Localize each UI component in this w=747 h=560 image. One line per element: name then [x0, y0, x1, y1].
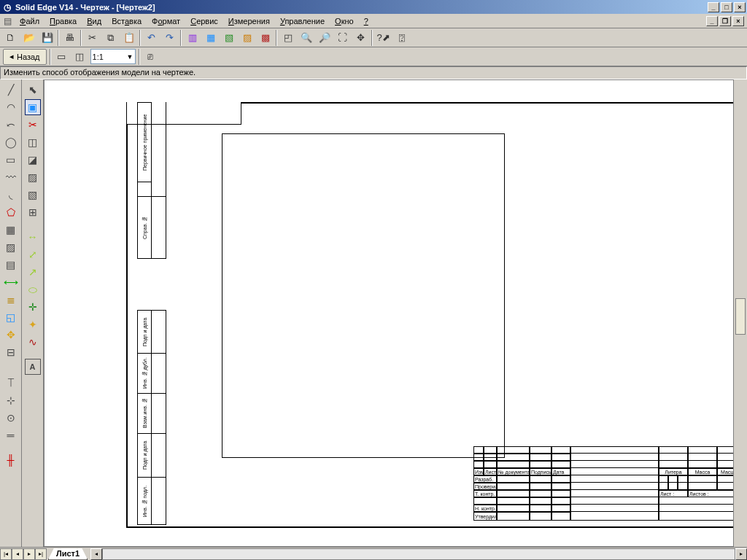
sidebar-handle[interactable]	[735, 298, 746, 335]
menu-format[interactable]: Формат	[147, 15, 185, 27]
balloon-icon[interactable]: ⬭	[25, 281, 41, 298]
axis-icon[interactable]: ✦	[25, 316, 41, 332]
mdi-minimize-button[interactable]: _	[706, 16, 718, 26]
tab-last-icon[interactable]: ▸|	[35, 548, 47, 560]
help-pointer-icon[interactable]: ?⬈	[375, 30, 392, 46]
hatch-b-icon[interactable]: ▨	[25, 169, 41, 185]
cut-icon[interactable]: ✂	[84, 30, 101, 46]
dim-a-icon[interactable]: ↔	[25, 229, 41, 245]
dim-tool-icon[interactable]: ⟷	[3, 274, 19, 290]
chevron-down-icon: ▼	[127, 53, 133, 61]
zoom-fit-icon[interactable]: ⛶	[334, 30, 351, 46]
detail-view-a-icon[interactable]: ◫	[25, 134, 41, 150]
menu-manage[interactable]: Управление	[275, 15, 330, 27]
leader-icon[interactable]: ↗	[25, 264, 41, 280]
window-titlebar: ◷ Solid Edge V14 - Чертеж - [Чертеж2] _ …	[0, 0, 747, 14]
whatsthis-icon[interactable]: ⍰	[393, 30, 410, 46]
paste-icon[interactable]: 📋	[120, 30, 137, 46]
arc2-tool-icon[interactable]: ⤺	[3, 117, 19, 133]
arc-tool-icon[interactable]: ◠	[3, 99, 19, 115]
zoom-in-icon[interactable]: 🔍	[298, 30, 314, 46]
layout-a-icon[interactable]: ▭	[53, 49, 70, 65]
text-tool-icon[interactable]: A	[25, 359, 41, 375]
table-icon[interactable]: ⊞	[25, 204, 41, 220]
anchor-tool-icon[interactable]: ⊹	[3, 392, 19, 408]
zoom-area-icon[interactable]: ◰	[279, 30, 296, 46]
new-doc-icon[interactable]: 🗋	[2, 30, 19, 46]
datum-tool-icon[interactable]: ⟙	[3, 375, 19, 391]
menu-edit[interactable]: Правка	[44, 15, 82, 27]
zoom-out-icon[interactable]: 🔎	[316, 30, 333, 46]
tb-label: Проверил	[473, 483, 497, 490]
box-tool-icon[interactable]: ◱	[3, 309, 19, 325]
equal-tool-icon[interactable]: ═	[3, 427, 19, 443]
open-icon[interactable]: 📂	[20, 30, 37, 46]
tool-e-icon[interactable]: ▩	[257, 30, 274, 46]
title-block: Изм Лист № документа Подпись Дата Литера…	[473, 446, 734, 528]
line-tool-icon[interactable]: ╱	[3, 82, 19, 98]
polygon-tool-icon[interactable]: ⬠	[3, 204, 19, 220]
target-tool-icon[interactable]: ⊙	[3, 410, 19, 426]
misc-tool-icon[interactable]: ⎚	[142, 49, 159, 65]
rect-tool-icon[interactable]: ▭	[3, 152, 19, 168]
copy-icon[interactable]: ⧉	[102, 30, 119, 46]
scroll-right-icon[interactable]: ▸	[735, 548, 747, 560]
scroll-left-icon[interactable]: ◂	[90, 548, 102, 560]
minimize-button[interactable]: _	[708, 2, 719, 12]
back-button[interactable]: ◂ Назад	[3, 49, 47, 65]
undo-icon[interactable]: ↶	[143, 30, 160, 46]
block-tool-icon[interactable]: ▤	[3, 257, 19, 273]
redo-icon[interactable]: ↷	[161, 30, 178, 46]
curve-icon[interactable]: ∿	[25, 334, 41, 350]
dim-b-icon[interactable]: ⤢	[25, 246, 41, 262]
draft-view-frame[interactable]	[222, 133, 505, 458]
chevron-left-icon: ◂	[9, 52, 14, 61]
tab-prev-icon[interactable]: ◂	[12, 548, 23, 560]
menu-bar: ▤ Файл Правка Вид Вставка Формат Сервис …	[0, 14, 747, 28]
primitive-toolbar: ╱ ◠ ⤺ ◯ ▭ 〰 ◟ ⬠ ▦ ▨ ▤ ⟷ ≣ ◱ ✥ ⊟ ⟙ ⊹ ⊙ ═ …	[0, 79, 22, 547]
circle-tool-icon[interactable]: ◯	[3, 134, 19, 150]
mdi-restore-button[interactable]: ❐	[719, 16, 731, 26]
section-view-icon[interactable]: ✂	[25, 117, 41, 133]
menu-service[interactable]: Сервис	[185, 15, 223, 27]
menu-measure[interactable]: Измерения	[223, 15, 275, 27]
spline-tool-icon[interactable]: 〰	[3, 169, 19, 185]
hint-bar: Изменить способ отображения модели на че…	[0, 66, 747, 79]
origin-icon[interactable]: ✛	[25, 299, 41, 315]
select-tool-icon[interactable]: ⬉	[25, 82, 41, 98]
tool-c-icon[interactable]: ▧	[220, 30, 237, 46]
detail-view-b-icon[interactable]: ◪	[25, 152, 41, 168]
mdi-close-button[interactable]: ×	[732, 16, 744, 26]
move-axis-icon[interactable]: ✥	[3, 327, 19, 343]
menu-help[interactable]: ?	[359, 15, 374, 27]
layout-b-icon[interactable]: ◫	[71, 49, 88, 65]
trim-tool-icon[interactable]: ⊟	[3, 344, 19, 360]
print-icon[interactable]: 🖶	[61, 30, 78, 46]
menu-view[interactable]: Вид	[82, 15, 107, 27]
tab-next-icon[interactable]: ▸	[23, 548, 35, 560]
document-icon[interactable]: ▤	[1, 15, 13, 27]
tb-col: Дата	[551, 468, 570, 475]
tool-b-icon[interactable]: ▦	[202, 30, 219, 46]
hatch-c-icon[interactable]: ▧	[25, 187, 41, 203]
menu-window[interactable]: Окно	[330, 15, 359, 27]
tab-first-icon[interactable]: |◂	[0, 548, 12, 560]
save-icon[interactable]: 💾	[39, 30, 55, 46]
tool-a-icon[interactable]: ▥	[184, 30, 201, 46]
close-button[interactable]: ×	[734, 2, 746, 12]
constraint-tool-icon[interactable]: ╫	[3, 452, 19, 468]
menu-insert[interactable]: Вставка	[107, 15, 147, 27]
drawing-canvas[interactable]: Первичное применение Справ. № Подп и дат…	[44, 79, 734, 547]
hatch-tool-icon[interactable]: ▨	[3, 239, 19, 255]
sheet-tab[interactable]: Лист1	[48, 548, 88, 560]
maximize-button[interactable]: □	[721, 2, 732, 12]
draft-view-icon[interactable]: ▣	[25, 99, 41, 115]
layers-tool-icon[interactable]: ≣	[3, 292, 19, 308]
scale-combo[interactable]: 1:1 ▼	[90, 49, 136, 64]
grid-tool-icon[interactable]: ▦	[3, 222, 19, 238]
horizontal-scrollbar[interactable]: ◂ ▸	[90, 548, 747, 560]
fillet-tool-icon[interactable]: ◟	[3, 187, 19, 203]
pan-icon[interactable]: ✥	[352, 30, 369, 46]
menu-file[interactable]: Файл	[15, 15, 44, 27]
tool-d-icon[interactable]: ▨	[239, 30, 255, 46]
